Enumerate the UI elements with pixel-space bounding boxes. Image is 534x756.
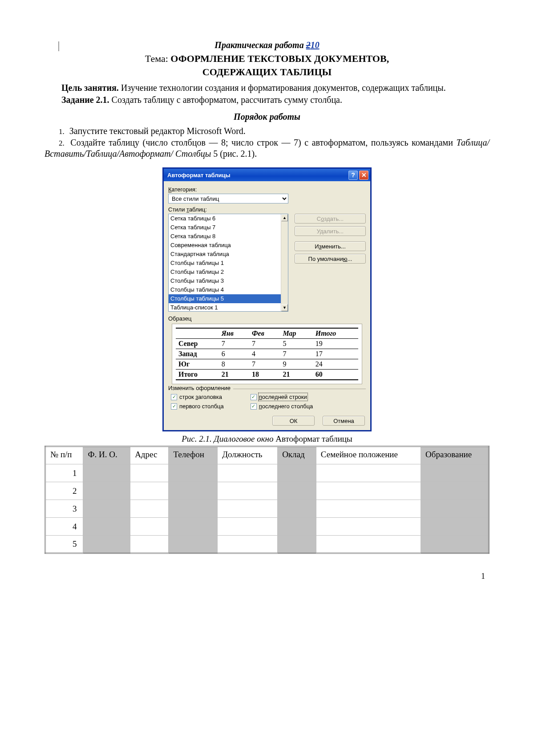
title-prefix: Практическая работа <box>214 40 306 50</box>
table-row: 1 <box>45 464 489 482</box>
preview-cell: Запад <box>176 349 219 359</box>
scroll-down-icon[interactable]: ▼ <box>281 304 288 311</box>
doc-title: Практическая работа 210 <box>44 40 490 50</box>
list-item[interactable]: Стандартная таблица <box>169 250 288 259</box>
preview-cell: Север <box>176 339 219 349</box>
styles-label: Стили таблиц: <box>168 206 366 213</box>
table-cell <box>169 464 218 482</box>
dialog-figure: Автоформат таблицы ? ✕ Категория: Все ст… <box>44 167 490 431</box>
data-table: № п/пФ. И. О.АдресТелефонДолжностьОкладС… <box>44 446 490 554</box>
table-cell <box>130 482 169 500</box>
task-label: Задание 2.1. <box>61 95 109 105</box>
checkbox-icon: ✓ <box>251 403 257 410</box>
create-button[interactable]: Создать <box>295 214 366 224</box>
preview-header <box>176 328 219 339</box>
list-item[interactable]: Таблица-список 1 <box>169 303 288 312</box>
list-item[interactable]: Сетка таблицы 7 <box>169 223 288 232</box>
figure-caption: Рис. 2.1. Диалоговое окно Автоформат таб… <box>44 434 490 444</box>
list-item[interactable]: Столбцы таблицы 5 <box>169 294 288 303</box>
chk-first-column[interactable]: ✓ первого столбца <box>171 403 224 410</box>
table-cell: 1 <box>45 464 83 482</box>
dialog-title: Автоформат таблицы <box>167 172 231 179</box>
table-cell <box>169 482 218 500</box>
list-item[interactable]: Столбцы таблицы 2 <box>169 268 288 276</box>
table-cell <box>130 464 169 482</box>
table-cell <box>421 500 489 518</box>
help-icon[interactable]: ? <box>348 171 358 180</box>
list-item[interactable]: Сетка таблицы 6 <box>169 214 288 223</box>
preview-cell: 19 <box>313 339 358 349</box>
goal-paragraph: Цель занятия. Изучение технологии создан… <box>44 82 490 93</box>
list-item[interactable]: Столбцы таблицы 3 <box>169 276 288 285</box>
table-cell <box>218 518 278 536</box>
dialog-titlebar[interactable]: Автоформат таблицы ? ✕ <box>164 169 370 181</box>
table-cell <box>316 464 421 482</box>
preview-table: ЯнвФевМарИтого Север77519Запад64717Юг879… <box>176 328 358 380</box>
data-table-wrap: № п/пФ. И. О.АдресТелефонДолжностьОкладС… <box>44 446 490 554</box>
table-header: Ф. И. О. <box>83 447 130 464</box>
list-item[interactable]: Столбцы таблицы 1 <box>169 259 288 268</box>
preview-cell: Юг <box>176 359 219 370</box>
table-cell <box>421 464 489 482</box>
topic-line-1: Тема: ОФОРМЛЕНИЕ ТЕКСТОВЫХ ДОКУМЕНТОВ, <box>44 53 490 65</box>
title-num: 10 <box>311 40 320 50</box>
topic-label: Тема: <box>145 53 171 64</box>
table-cell <box>316 500 421 518</box>
styles-listbox[interactable]: Сетка таблицы 6Сетка таблицы 7Сетка табл… <box>168 214 288 312</box>
close-icon[interactable]: ✕ <box>359 171 368 180</box>
table-row: 4 <box>45 518 489 536</box>
preview-cell: 18 <box>249 370 280 380</box>
checkbox-icon: ✓ <box>171 394 177 400</box>
topic-line-2: СОДЕРЖАЩИХ ТАБЛИЦЫ <box>44 66 490 78</box>
task-text: Создать таблицу с автоформатом, рассчита… <box>109 95 342 105</box>
preview-cell: 17 <box>313 349 358 359</box>
table-cell <box>83 500 130 518</box>
table-cell <box>83 536 130 553</box>
table-cell <box>421 482 489 500</box>
category-select[interactable]: Все стили таблиц <box>168 194 288 203</box>
preview-cell: 21 <box>280 370 312 380</box>
step-1-text: Запустите текстовый редактор Microsoft W… <box>67 126 246 136</box>
cancel-button[interactable]: Отмена <box>323 416 365 426</box>
table-cell: 3 <box>45 500 83 518</box>
delete-button[interactable]: Удалить... <box>295 226 366 236</box>
checkbox-icon: ✓ <box>251 394 257 400</box>
table-cell <box>218 536 278 553</box>
scroll-up-icon[interactable]: ▲ <box>281 214 288 221</box>
table-cell <box>278 464 316 482</box>
ok-button[interactable]: ОК <box>272 416 315 426</box>
table-cell <box>218 482 278 500</box>
default-button[interactable]: По умолчанию <box>295 254 366 264</box>
autoformat-dialog: Автоформат таблицы ? ✕ Категория: Все ст… <box>162 167 372 431</box>
table-cell <box>316 518 421 536</box>
list-item[interactable]: Сетка таблицы 8 <box>169 232 288 241</box>
preview-header: Итого <box>313 328 358 339</box>
table-cell <box>169 500 218 518</box>
formatting-group-label: Изменить оформление <box>168 385 233 391</box>
table-cell <box>316 482 421 500</box>
checkbox-icon: ✓ <box>171 403 177 410</box>
preview-cell: 4 <box>249 349 280 359</box>
chk-last-column[interactable]: ✓ последнего столбца <box>251 403 313 410</box>
preview-header: Мар <box>280 328 312 339</box>
table-cell <box>83 518 130 536</box>
category-label: Категория: <box>168 186 366 193</box>
preview-cell: 5 <box>280 339 312 349</box>
listbox-scrollbar[interactable]: ▲ ▼ <box>281 214 288 311</box>
list-item[interactable]: Современная таблица <box>169 241 288 250</box>
step-1: 1. Запустите текстовый редактор Microsof… <box>44 126 490 137</box>
preview-label: Образец <box>168 315 366 322</box>
title-num-struck: 2 <box>306 40 311 50</box>
dialog-body: Категория: Все стили таблиц Стили таблиц… <box>164 181 370 430</box>
table-header: Адрес <box>130 447 169 464</box>
table-cell <box>278 482 316 500</box>
edit-button[interactable]: Изменить <box>295 241 366 251</box>
table-header: Должность <box>218 447 278 464</box>
chk-last-row[interactable]: ✓ последней строки <box>251 394 313 400</box>
work-order-heading: Порядок работы <box>44 112 490 122</box>
table-cell <box>316 536 421 553</box>
list-item[interactable]: Столбцы таблицы 4 <box>169 285 288 294</box>
table-header: Оклад <box>278 447 316 464</box>
chk-header-rows[interactable]: ✓ строк заголовка <box>171 394 224 400</box>
preview-cell: 21 <box>219 370 249 380</box>
